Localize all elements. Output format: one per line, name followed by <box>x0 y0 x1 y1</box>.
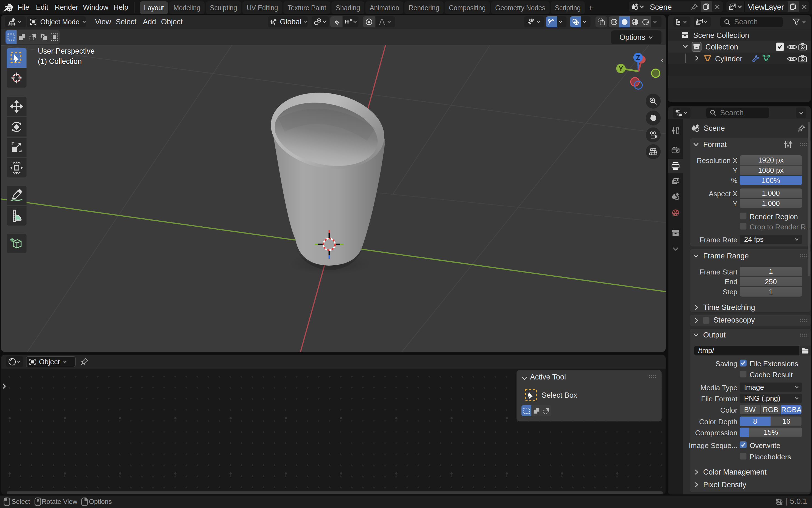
svg-text:Y: Y <box>619 65 623 73</box>
svg-text:Z: Z <box>636 54 640 61</box>
